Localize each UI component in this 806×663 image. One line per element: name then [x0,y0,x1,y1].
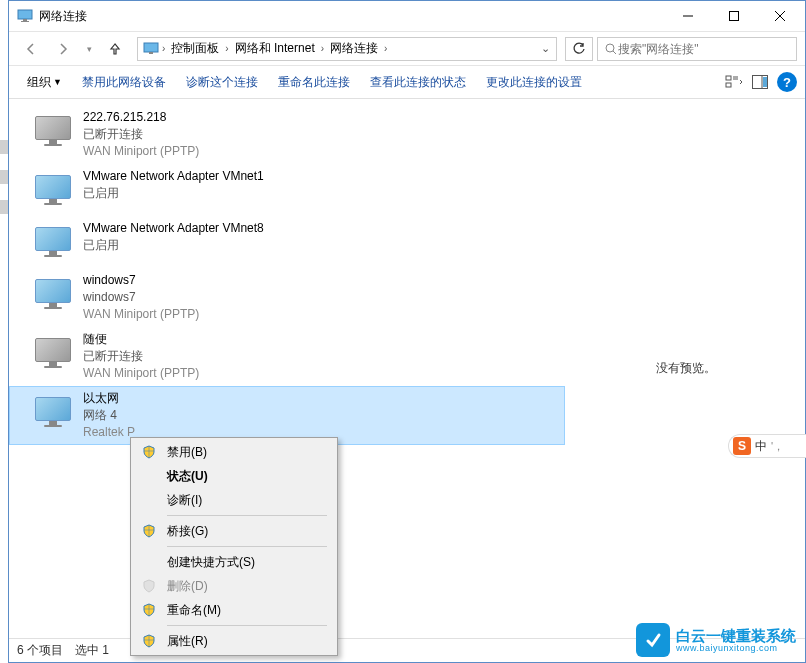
connection-icon [31,331,75,375]
connection-detail: Realtek P [83,424,135,441]
svg-rect-14 [726,83,731,87]
search-icon [604,42,618,56]
address-bar[interactable]: › 控制面板 › 网络和 Internet › 网络连接 › ⌄ [137,37,557,61]
watermark: 白云一键重装系统 www.baiyunxitong.com [636,623,796,657]
svg-rect-7 [144,43,158,52]
connection-detail: WAN Miniport (PPTP) [83,365,199,382]
shield-icon [139,600,159,620]
connection-name: VMware Network Adapter VMnet8 [83,220,264,237]
location-icon [142,40,160,58]
svg-rect-1 [23,19,27,21]
preview-pane-button[interactable] [747,70,773,94]
shield-icon [139,521,159,541]
navbar: ▾ › 控制面板 › 网络和 Internet › 网络连接 › ⌄ [9,31,805,65]
separator [167,515,327,516]
connection-icon [31,109,75,153]
svg-rect-17 [763,77,767,87]
preview-pane: 没有预览。 [565,99,805,638]
ime-badge[interactable]: S 中 '， [728,434,806,458]
toolbar: 组织 ▼ 禁用此网络设备 诊断这个连接 重命名此连接 查看此连接的状态 更改此连… [9,65,805,99]
svg-rect-0 [18,10,32,19]
item-count: 6 个项目 [17,642,63,659]
connection-status: 已启用 [83,185,264,202]
connection-icon [31,220,75,264]
view-options-button[interactable] [721,70,747,94]
breadcrumb-control-panel[interactable]: 控制面板 [167,40,223,57]
shield-icon [139,576,159,596]
preview-text: 没有预览。 [656,360,716,377]
breadcrumb-network-connections[interactable]: 网络连接 [326,40,382,57]
connection-item[interactable]: windows7 windows7 WAN Miniport (PPTP) [9,268,565,327]
context-menu: 禁用(B) 状态(U) 诊断(I) 桥接(G) 创建快捷方式(S) 删除(D) … [130,437,338,656]
connection-name: 随便 [83,331,199,348]
minimize-button[interactable] [665,1,711,31]
shield-icon [139,631,159,651]
up-button[interactable] [101,37,129,61]
connection-status: 已断开连接 [83,348,199,365]
window-icon [17,8,33,24]
connection-icon [31,390,75,434]
ctx-status[interactable]: 状态(U) [133,464,335,488]
sogou-icon: S [733,437,751,455]
connection-item[interactable]: VMware Network Adapter VMnet8 已启用 [9,216,565,268]
help-button[interactable]: ? [777,72,797,92]
breadcrumb-network-internet[interactable]: 网络和 Internet [231,40,319,57]
svg-point-9 [606,44,614,52]
chevron-down-icon[interactable]: ⌄ [539,42,552,55]
svg-rect-11 [726,76,731,80]
connection-status: 已断开连接 [83,126,199,143]
chevron-right-icon: › [319,43,326,54]
rename-connection-button[interactable]: 重命名此连接 [268,70,360,95]
chevron-right-icon: › [223,43,230,54]
window-title: 网络连接 [39,8,665,25]
svg-rect-4 [730,12,739,21]
ctx-bridge[interactable]: 桥接(G) [133,519,335,543]
ctx-delete: 删除(D) [133,574,335,598]
connection-name: 以太网 [83,390,135,407]
chevron-right-icon: › [382,43,389,54]
ctx-create-shortcut[interactable]: 创建快捷方式(S) [133,550,335,574]
connection-item[interactable]: 222.76.215.218 已断开连接 WAN Miniport (PPTP) [9,105,565,164]
selected-count: 选中 1 [75,642,109,659]
search-input[interactable] [618,42,790,56]
connection-icon [31,272,75,316]
ctx-diagnose[interactable]: 诊断(I) [133,488,335,512]
connection-status: 网络 4 [83,407,135,424]
connection-detail: WAN Miniport (PPTP) [83,143,199,160]
connection-name: 222.76.215.218 [83,109,199,126]
connection-item[interactable]: 随便 已断开连接 WAN Miniport (PPTP) [9,327,565,386]
titlebar: 网络连接 [9,1,805,31]
history-dropdown[interactable]: ▾ [81,37,97,61]
separator [167,625,327,626]
forward-button[interactable] [49,37,77,61]
change-settings-button[interactable]: 更改此连接的设置 [476,70,592,95]
connection-name: windows7 [83,272,199,289]
connection-status: windows7 [83,289,199,306]
disable-device-button[interactable]: 禁用此网络设备 [72,70,176,95]
ctx-properties[interactable]: 属性(R) [133,629,335,653]
connection-detail: WAN Miniport (PPTP) [83,306,199,323]
ctx-rename[interactable]: 重命名(M) [133,598,335,622]
search-box[interactable] [597,37,797,61]
connection-name: VMware Network Adapter VMnet1 [83,168,264,185]
connection-status: 已启用 [83,237,264,254]
watermark-icon [636,623,670,657]
view-status-button[interactable]: 查看此连接的状态 [360,70,476,95]
content-area: 222.76.215.218 已断开连接 WAN Miniport (PPTP)… [9,99,805,638]
connection-item[interactable]: VMware Network Adapter VMnet1 已启用 [9,164,565,216]
maximize-button[interactable] [711,1,757,31]
svg-line-10 [613,51,616,54]
diagnose-button[interactable]: 诊断这个连接 [176,70,268,95]
connection-icon [31,168,75,212]
explorer-window: 网络连接 ▾ › 控制面板 › 网络和 Internet › 网络连接 › ⌄ [8,0,806,663]
close-button[interactable] [757,1,803,31]
organize-button[interactable]: 组织 ▼ [17,70,72,95]
back-button[interactable] [17,37,45,61]
ctx-disable[interactable]: 禁用(B) [133,440,335,464]
svg-rect-2 [21,21,29,22]
refresh-button[interactable] [565,37,593,61]
svg-rect-8 [149,52,153,54]
shield-icon [139,442,159,462]
separator [167,546,327,547]
chevron-right-icon: › [160,43,167,54]
